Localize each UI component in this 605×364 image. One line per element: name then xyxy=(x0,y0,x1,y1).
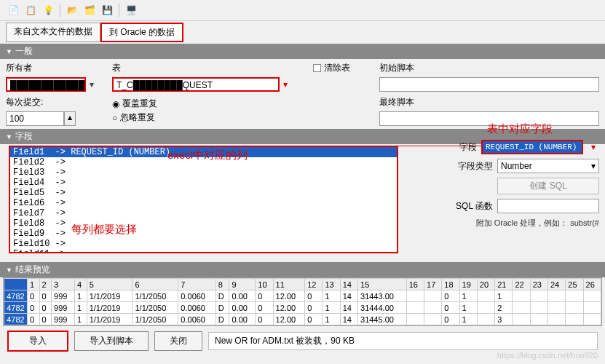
fieldtype-select[interactable]: Number▾ xyxy=(497,159,599,173)
table-header[interactable]: 9 xyxy=(229,279,256,290)
list-item[interactable]: Field10 -> xyxy=(10,239,397,249)
tab-source[interactable]: 来自文本文件的数据 xyxy=(6,23,100,42)
skip-radio[interactable]: ○忽略重复 xyxy=(112,111,291,124)
init-script-label: 初始脚本 xyxy=(379,62,599,74)
field-label: 字段 xyxy=(459,141,477,154)
table-header[interactable]: 5 xyxy=(87,279,133,290)
preview-grid[interactable]: 1234567891011121314151617181920212223242… xyxy=(3,277,602,326)
chevron-down-icon[interactable]: ▾ xyxy=(86,79,98,90)
table-header[interactable]: 21 xyxy=(495,279,513,290)
create-sql-button[interactable]: 创建 SQL xyxy=(497,178,599,194)
list-item[interactable]: Field3 -> xyxy=(10,167,397,178)
separator xyxy=(60,4,60,17)
chevron-down-icon[interactable]: ▾ xyxy=(588,142,599,152)
table-header[interactable]: 16 xyxy=(406,279,424,290)
table-header[interactable]: 3 xyxy=(52,279,75,290)
row-header: 4782 xyxy=(4,314,28,325)
bulb-icon[interactable]: 💡 xyxy=(41,3,55,17)
commit-input[interactable]: 100 xyxy=(6,111,64,126)
run-icon[interactable]: 🖥️ xyxy=(124,3,138,17)
list-item[interactable]: Field9 -> xyxy=(10,229,397,239)
table-header[interactable]: 10 xyxy=(256,279,273,290)
tab-target[interactable]: 到 Oracle 的数据 xyxy=(100,23,183,42)
table-header[interactable]: 20 xyxy=(477,279,494,290)
document-icon[interactable]: 📄 xyxy=(6,3,20,17)
overwrite-label: 覆盖重复 xyxy=(122,98,157,110)
table-cell: 12.00 xyxy=(273,290,305,302)
row-header: 4782 xyxy=(4,290,28,302)
list-item[interactable]: Field6 -> xyxy=(10,198,397,208)
list-item[interactable]: Field8 -> xyxy=(10,218,397,229)
init-script-input[interactable] xyxy=(379,77,599,92)
tab-bar: 来自文本文件的数据 到 Oracle 的数据 xyxy=(0,21,605,44)
table-cell: 0 xyxy=(442,290,459,302)
overwrite-radio[interactable]: ◉覆盖重复 xyxy=(112,98,291,110)
section-preview-header[interactable]: 结果预览 xyxy=(0,262,605,277)
table-header[interactable]: 18 xyxy=(442,279,459,290)
table-header[interactable]: 25 xyxy=(566,279,583,290)
table-header[interactable]: 4 xyxy=(75,279,87,290)
table-cell: 999 xyxy=(52,314,75,325)
table-header[interactable]: 14 xyxy=(340,279,357,290)
table-cell xyxy=(547,290,565,302)
sqlfunc-input[interactable] xyxy=(497,199,599,213)
table-row[interactable]: 47820099911/1/20191/1/20500.0060D0.00012… xyxy=(4,290,601,302)
save-icon[interactable]: 💾 xyxy=(100,3,114,17)
table-cell: 1 xyxy=(75,290,87,302)
table-header[interactable]: 19 xyxy=(459,279,477,290)
table-header[interactable]: 17 xyxy=(424,279,442,290)
chevron-down-icon[interactable]: ▾ xyxy=(280,79,291,90)
open-icon[interactable]: 📂 xyxy=(65,3,79,17)
table-header[interactable]: 2 xyxy=(39,279,52,290)
spinner-icon[interactable]: ▴ xyxy=(64,111,76,126)
table-cell: 1/1/2050 xyxy=(133,290,178,302)
list-item[interactable]: Field11 -> xyxy=(10,249,397,253)
table-cell: 0 xyxy=(39,314,52,325)
table-row[interactable]: 47820099911/1/20191/1/20500.0060D0.00012… xyxy=(4,302,601,314)
table-header[interactable]: 22 xyxy=(513,279,530,290)
chevron-down-icon: ▾ xyxy=(591,161,596,171)
list-item[interactable]: Field4 -> xyxy=(10,178,397,188)
table-header[interactable]: 23 xyxy=(530,279,547,290)
list-item[interactable]: Field7 -> xyxy=(10,208,397,218)
table-header[interactable]: 6 xyxy=(133,279,178,290)
table-header[interactable]: 13 xyxy=(323,279,340,290)
table-cell xyxy=(513,290,530,302)
table-cell: 1 xyxy=(495,290,513,302)
list-item[interactable]: Field2 -> xyxy=(10,157,397,167)
table-cell xyxy=(513,302,530,314)
table-input[interactable]: T_C████████QUEST xyxy=(112,77,280,92)
table-header[interactable]: 15 xyxy=(358,279,407,290)
folder-icon[interactable]: 🗂️ xyxy=(82,3,97,17)
table-header[interactable]: 26 xyxy=(583,279,601,290)
table-header[interactable]: 8 xyxy=(215,279,229,290)
import-script-button[interactable]: 导入到脚本 xyxy=(74,331,149,351)
table-corner xyxy=(4,279,28,290)
preview-panel: 1234567891011121314151617181920212223242… xyxy=(3,277,602,326)
clear-table-checkbox[interactable]: 清除表 xyxy=(313,62,350,74)
table-cell xyxy=(477,290,494,302)
paste-icon[interactable]: 📋 xyxy=(23,3,38,17)
field-select[interactable]: REQUEST_ID (NUMBER) xyxy=(481,140,583,154)
table-header[interactable]: 12 xyxy=(305,279,323,290)
table-cell: 0 xyxy=(305,314,323,325)
table-header[interactable]: 1 xyxy=(28,279,40,290)
table-cell: 0 xyxy=(305,290,323,302)
separator xyxy=(119,4,119,17)
final-script-input[interactable] xyxy=(379,111,599,126)
table-header[interactable]: 24 xyxy=(547,279,565,290)
table-cell xyxy=(530,302,547,314)
table-cell: 1 xyxy=(323,314,340,325)
table-row[interactable]: 47820099911/1/20191/1/20500.0060D0.00012… xyxy=(4,314,601,325)
owner-input[interactable]: ████████████ xyxy=(6,77,86,92)
table-cell: 14 xyxy=(340,290,357,302)
list-item[interactable]: Field5 -> xyxy=(10,188,397,198)
table-header[interactable]: 11 xyxy=(273,279,305,290)
table-cell xyxy=(566,314,583,325)
field-list[interactable]: Field1 -> REQUEST_ID (NUMBER)Field2 ->Fi… xyxy=(9,146,398,253)
import-button[interactable]: 导入 xyxy=(7,331,68,352)
close-button[interactable]: 关闭 xyxy=(154,331,202,351)
section-general-header[interactable]: 一般 xyxy=(0,44,605,59)
table-header[interactable]: 7 xyxy=(178,279,215,290)
list-item[interactable]: Field1 -> REQUEST_ID (NUMBER) xyxy=(10,147,397,157)
